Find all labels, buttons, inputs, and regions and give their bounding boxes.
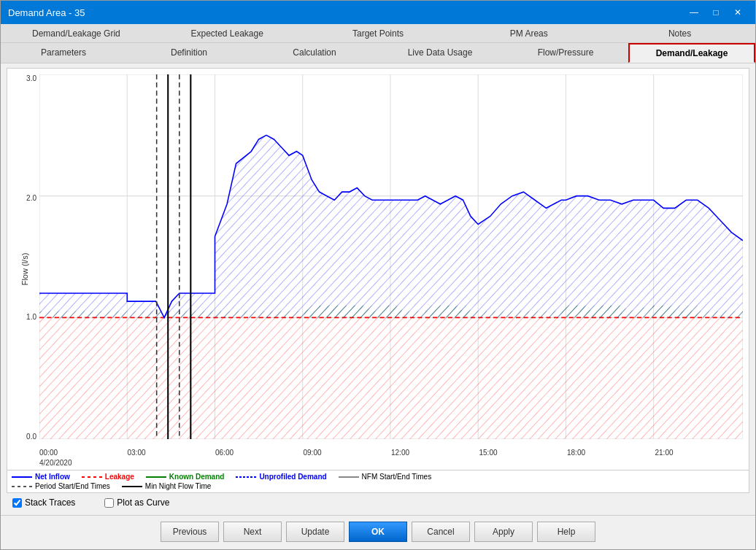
chart-svg	[39, 74, 743, 439]
tabs-row-1: Demand/Leakage Grid Expected Leakage Tar…	[1, 24, 755, 43]
y-tick-labels: 3.0 2.0 1.0 0.0	[22, 74, 36, 441]
legend-period-start-end: Period Start/End Times	[12, 482, 110, 490]
y-tick-3: 3.0	[22, 74, 36, 82]
update-button[interactable]: Update	[286, 522, 344, 542]
legend-unprofiled-demand-label: Unprofiled Demand	[259, 473, 326, 481]
y-tick-1: 1.0	[22, 313, 36, 321]
legend-min-night-flow-label: Min Night Flow Time	[145, 482, 212, 490]
tab-pm-areas[interactable]: PM Areas	[453, 24, 604, 42]
window-title: Demand Area - 35	[8, 7, 85, 18]
stack-traces-text: Stack Traces	[25, 497, 75, 508]
x-tick-4: 12:00	[391, 449, 409, 457]
legend-leakage-label: Leakage	[105, 473, 134, 481]
legend-period-label: Period Start/End Times	[35, 482, 110, 490]
x-tick-0: 00:00	[39, 449, 58, 457]
legend-leakage: Leakage	[82, 473, 134, 481]
help-button[interactable]: Help	[537, 522, 595, 542]
tab-live-data-usage[interactable]: Live Data Usage	[377, 43, 503, 63]
close-button[interactable]: ✕	[728, 5, 748, 20]
minimize-button[interactable]: —	[684, 5, 704, 20]
tab-demand-leakage[interactable]: Demand/Leakage	[628, 43, 755, 63]
x-tick-5: 15:00	[479, 449, 498, 457]
tab-expected-leakage[interactable]: Expected Leakage	[152, 24, 303, 42]
legend-leakage-line	[82, 476, 102, 478]
legend-period-line	[12, 486, 32, 487]
tab-calculation[interactable]: Calculation	[252, 43, 377, 63]
legend-unprofiled-demand: Unprofiled Demand	[236, 473, 326, 481]
ok-button[interactable]: OK	[349, 522, 407, 542]
window-controls: — □ ✕	[684, 5, 748, 20]
legend-row-2: Period Start/End Times Min Night Flow Ti…	[12, 482, 744, 490]
stack-traces-label[interactable]: Stack Traces	[12, 497, 75, 508]
chart-area: Flow (l/s) 3.0 2.0 1.0 0.0	[7, 68, 749, 470]
x-date-label: 4/20/2020	[39, 459, 72, 467]
x-tick-1: 03:00	[128, 449, 146, 457]
legend-net-inflow: Net Inflow	[12, 473, 70, 481]
x-tick-6: 18:00	[567, 449, 585, 457]
legend-area: Net Inflow Leakage Known Demand Unprofil…	[7, 470, 749, 493]
legend-known-demand-label: Known Demand	[169, 473, 225, 481]
tab-definition[interactable]: Definition	[126, 43, 252, 63]
x-tick-7: 21:00	[655, 449, 674, 457]
svg-marker-23	[39, 135, 743, 317]
tab-target-points[interactable]: Target Points	[303, 24, 454, 42]
stack-traces-checkbox[interactable]	[12, 498, 22, 508]
plot-as-curve-text: Plot as Curve	[117, 497, 169, 508]
legend-nfm: NFM Start/End Times	[339, 473, 432, 481]
legend-row-1: Net Inflow Leakage Known Demand Unprofil…	[12, 473, 744, 481]
next-button[interactable]: Next	[223, 522, 282, 542]
tab-notes[interactable]: Notes	[604, 24, 755, 42]
apply-button[interactable]: Apply	[474, 522, 533, 542]
legend-nfm-label: NFM Start/End Times	[362, 473, 432, 481]
tab-flow-pressure[interactable]: Flow/Pressure	[503, 43, 628, 63]
legend-known-demand: Known Demand	[146, 473, 225, 481]
tab-parameters[interactable]: Parameters	[1, 43, 126, 63]
tabs-row-2: Parameters Definition Calculation Live D…	[1, 43, 755, 63]
x-tick-labels: 00:00 03:00 06:00 09:00 12:00 15:00 18:0…	[39, 449, 743, 457]
legend-net-inflow-label: Net Inflow	[35, 473, 70, 481]
main-content: Flow (l/s) 3.0 2.0 1.0 0.0	[1, 63, 755, 515]
y-tick-0: 0.0	[22, 433, 36, 441]
x-tick-3: 09:00	[304, 449, 322, 457]
main-window: Demand Area - 35 — □ ✕ Demand/Leakage Gr…	[0, 0, 756, 550]
tab-demand-leakage-grid[interactable]: Demand/Leakage Grid	[1, 24, 152, 42]
controls-row: Stack Traces Plot as Curve	[7, 493, 749, 512]
legend-nfm-line	[339, 476, 359, 478]
previous-button[interactable]: Previous	[161, 522, 219, 542]
cancel-button[interactable]: Cancel	[412, 522, 470, 542]
x-tick-2: 06:00	[215, 449, 234, 457]
title-bar: Demand Area - 35 — □ ✕	[1, 1, 755, 24]
maximize-button[interactable]: □	[706, 5, 726, 20]
svg-rect-16	[39, 317, 743, 439]
plot-as-curve-label[interactable]: Plot as Curve	[104, 497, 169, 508]
legend-min-night-flow-line	[122, 486, 142, 487]
plot-as-curve-checkbox[interactable]	[104, 498, 114, 508]
footer-buttons: Previous Next Update OK Cancel Apply Hel…	[1, 515, 755, 549]
legend-known-demand-line	[146, 476, 166, 478]
legend-net-inflow-line	[12, 476, 32, 478]
legend-unprofiled-demand-line	[236, 476, 256, 478]
legend-min-night-flow: Min Night Flow Time	[122, 482, 212, 490]
y-tick-2: 2.0	[22, 194, 36, 202]
